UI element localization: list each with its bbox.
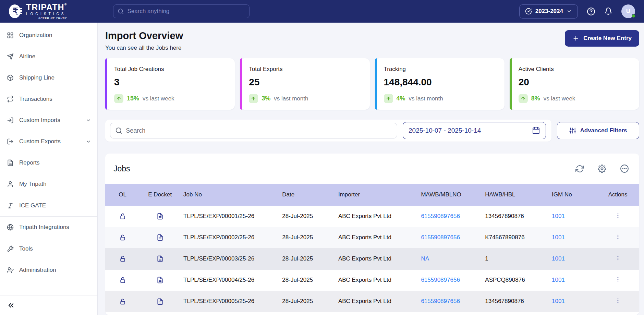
sidebar-item-label: Transactions	[19, 96, 52, 102]
table-row: TLPL/SE/EXP/00004/25-26 28-Jul-2025 ABC …	[105, 269, 639, 291]
bell-icon	[604, 7, 612, 15]
sidebar-item-ice-gate[interactable]: ICE GATE	[0, 195, 97, 216]
jobs-search-input[interactable]	[126, 127, 392, 134]
e-docket-icon[interactable]	[157, 213, 163, 220]
mawb-link[interactable]: 615590897656	[421, 277, 460, 283]
sidebar-item-label: Tripath Integrations	[19, 224, 69, 231]
sidebar-nav: Organization Airline Shipping Line Trans…	[0, 23, 98, 315]
igm-link[interactable]: 1001	[552, 277, 565, 283]
table-header-row: OL E Docket Job No Date Importer MAWB/MB…	[105, 184, 639, 206]
sidebar-item-administration[interactable]: Administration	[0, 259, 97, 281]
file-text-icon	[7, 159, 14, 166]
create-new-entry-button[interactable]: Create New Entry	[565, 30, 639, 47]
top-navbar: ₹ TRIPATH® LOGISTICS SPEED OF TRUST 2023…	[0, 0, 644, 23]
grid-icon	[7, 32, 14, 39]
igm-link[interactable]: 1001	[552, 298, 565, 304]
e-docket-icon[interactable]	[157, 234, 163, 241]
e-docket-icon[interactable]	[157, 255, 163, 262]
unlock-icon[interactable]	[119, 234, 126, 241]
stat-card-total-job-creations: Total Job Creations 3 15% vs last week	[105, 58, 235, 110]
stat-delta-compare: vs last week	[544, 95, 575, 102]
stat-label: Total Exports	[249, 66, 362, 73]
row-actions-menu[interactable]	[615, 255, 621, 262]
sidebar-item-tripath-integrations[interactable]: Tripath Integrations	[0, 217, 97, 238]
job-no-cell: TLPL/SE/EXP/00005/25-26	[180, 291, 279, 312]
paper-plane-icon	[7, 53, 14, 60]
stat-value: 148,844.00	[384, 77, 497, 88]
log-in-icon	[7, 117, 14, 124]
mawb-link[interactable]: 615590897656	[421, 298, 460, 304]
igm-link[interactable]: 1001	[552, 213, 565, 219]
user-check-icon	[7, 267, 14, 274]
sidebar-item-custom-exports[interactable]: Custom Exports	[0, 131, 97, 152]
unlock-icon[interactable]	[119, 298, 126, 305]
unlock-icon[interactable]	[119, 213, 126, 220]
col-ol: OL	[105, 184, 140, 206]
stat-delta: 8% vs last week	[519, 94, 632, 103]
stat-label: Tracking	[384, 66, 497, 73]
sidebar-item-tools[interactable]: Tools	[0, 238, 97, 259]
table-row: TLPL/SE/EXP/00002/25-26 28-Jul-2025 ABC …	[105, 227, 639, 248]
row-actions-menu[interactable]	[615, 276, 621, 283]
e-docket-icon[interactable]	[157, 277, 163, 283]
stat-delta: 15% vs last week	[114, 94, 227, 103]
italic-i-icon	[7, 202, 14, 209]
avatar-initial: U	[626, 8, 630, 15]
igm-link[interactable]: 1001	[552, 234, 565, 241]
filter-row: 2025-10-07 - 2025-10-14 Advanced Filters	[105, 120, 639, 142]
sidebar-item-shipping-line[interactable]: Shipping Line	[0, 67, 97, 88]
stat-value: 3	[114, 77, 227, 88]
calendar-icon	[532, 126, 540, 135]
sidebar-item-transactions[interactable]: Transactions	[0, 88, 97, 110]
stat-delta-pct: 4%	[397, 95, 405, 102]
igm-link[interactable]: 1001	[552, 255, 565, 262]
financial-year-selector[interactable]: 2023-2024	[519, 4, 578, 19]
unlock-icon[interactable]	[119, 255, 126, 262]
stat-card-active-clients: Active Clients 20 8% vs last week	[510, 58, 639, 110]
collapse-sidebar-button[interactable]	[0, 295, 97, 315]
page-title: Import Overview	[105, 30, 183, 41]
row-actions-menu[interactable]	[615, 212, 621, 219]
search-icon	[118, 8, 124, 15]
sidebar-item-label: Custom Imports	[19, 117, 60, 124]
sidebar-item-label: ICE GATE	[19, 202, 46, 209]
more-options-button[interactable]	[620, 164, 629, 173]
refresh-button[interactable]	[575, 164, 584, 173]
sidebar-item-custom-imports[interactable]: Custom Imports	[0, 110, 97, 131]
jobs-search[interactable]	[110, 123, 397, 138]
row-actions-menu[interactable]	[615, 297, 621, 304]
sidebar-item-reports[interactable]: Reports	[0, 152, 97, 173]
sidebar-item-airline[interactable]: Airline	[0, 46, 97, 67]
row-actions-menu[interactable]	[615, 233, 621, 240]
chevrons-left-icon	[7, 301, 15, 310]
sidebar-item-organization[interactable]: Organization	[0, 25, 97, 46]
importer-cell: ABC Exports Pvt Ltd	[335, 291, 417, 312]
advanced-filters-label: Advanced Filters	[580, 127, 627, 134]
user-avatar[interactable]: U	[621, 4, 635, 18]
help-button[interactable]	[587, 7, 595, 16]
mawb-link[interactable]: 615590897656	[421, 234, 460, 241]
stat-delta: 4% vs last month	[384, 94, 497, 103]
mawb-link[interactable]: NA	[421, 255, 429, 262]
jobs-panel-header: Jobs	[105, 154, 639, 184]
package-icon	[7, 74, 14, 81]
brand-logo[interactable]: ₹ TRIPATH® LOGISTICS SPEED OF TRUST	[8, 3, 97, 20]
global-search[interactable]	[113, 4, 250, 18]
global-search-input[interactable]	[127, 8, 245, 15]
unlock-icon[interactable]	[119, 277, 126, 283]
stat-delta-pct: 8%	[531, 95, 540, 102]
table-settings-button[interactable]	[598, 164, 606, 173]
advanced-filters-button[interactable]: Advanced Filters	[557, 122, 639, 139]
log-out-icon	[7, 138, 14, 145]
date-range-picker[interactable]: 2025-10-07 - 2025-10-14	[403, 122, 546, 139]
col-actions: Actions	[596, 184, 639, 206]
mawb-link[interactable]: 615590897656	[421, 213, 460, 219]
sidebar-item-label: Organization	[19, 32, 52, 39]
stat-value: 25	[249, 77, 362, 88]
e-docket-icon[interactable]	[157, 298, 163, 305]
wrench-icon	[7, 245, 14, 252]
main-content: Import Overview You can see all the Jobs…	[98, 23, 644, 315]
notifications-button[interactable]	[604, 7, 612, 15]
stat-delta-compare: vs last month	[274, 95, 308, 102]
sidebar-item-my-tripath[interactable]: My Tripath	[0, 173, 97, 195]
